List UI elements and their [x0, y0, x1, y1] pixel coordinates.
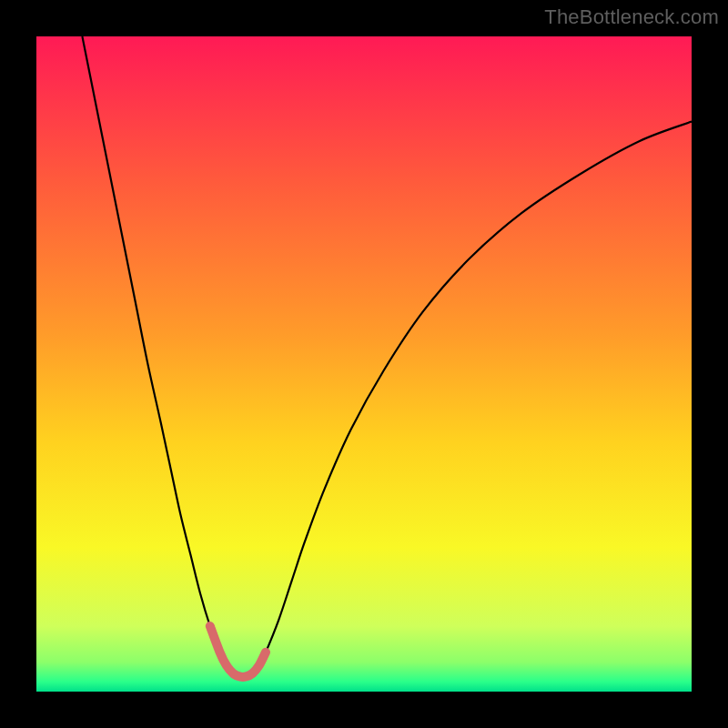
chart-frame: TheBottleneck.com: [0, 0, 728, 728]
gradient-backdrop: [36, 36, 692, 692]
plot-area: [36, 36, 692, 692]
watermark-label: TheBottleneck.com: [544, 5, 719, 29]
chart-svg: [36, 36, 692, 692]
